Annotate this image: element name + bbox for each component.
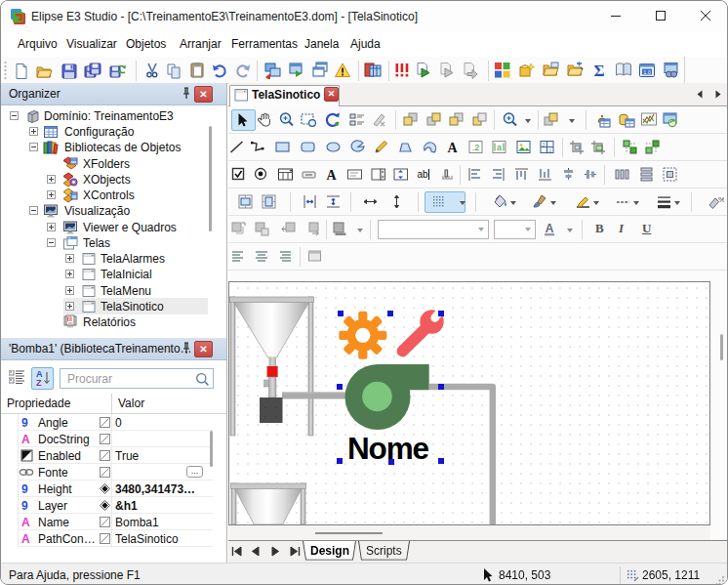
svg-text:1: 1 [549,147,552,153]
svg-text:a: a [497,143,502,152]
svg-text:3: 3 [543,142,546,147]
svg-text:A: A [326,168,337,183]
svg-text:Σ: Σ [593,62,604,79]
svg-text:ab: ab [417,169,428,180]
svg-text:.2: .2 [472,143,480,152]
svg-text:%: % [718,195,724,204]
svg-text:1.0: 1.0 [643,69,651,75]
svg-text:A: A [546,222,554,235]
svg-text:Z: Z [36,378,42,388]
svg-text:A: A [447,141,458,155]
